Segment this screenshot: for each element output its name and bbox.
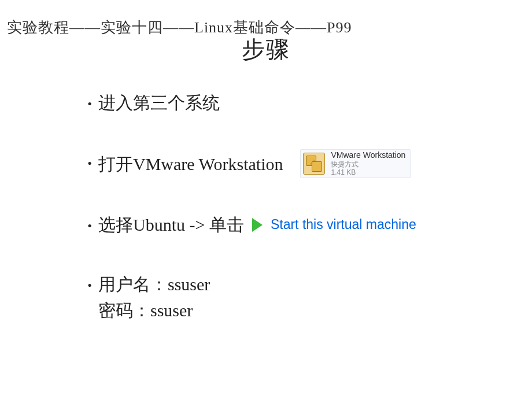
list-item: • 选择Ubuntu -> 单击 Start this virtual mach… bbox=[81, 212, 509, 238]
bullet-text: 打开VMware Workstation bbox=[98, 151, 283, 177]
list-item: • 打开VMware Workstation VMware Workstatio… bbox=[81, 149, 509, 178]
start-vm-link[interactable]: Start this virtual machine bbox=[252, 215, 416, 235]
list-item: • 用户名：ssuser 密码：ssuser bbox=[81, 271, 509, 323]
play-icon bbox=[252, 218, 263, 232]
bullet-dot-icon: • bbox=[81, 212, 98, 235]
shortcut-type: 快捷方式 bbox=[331, 160, 405, 168]
list-item: • 进入第三个系统 bbox=[81, 90, 509, 116]
start-vm-label: Start this virtual machine bbox=[271, 215, 416, 235]
bullet-text: 进入第三个系统 bbox=[98, 90, 509, 116]
vmware-icon bbox=[303, 153, 325, 175]
bullet-dot-icon: • bbox=[81, 90, 98, 113]
shortcut-size: 1.41 KB bbox=[331, 168, 405, 176]
breadcrumb-header: 实验教程——实验十四——Linux基础命令——P99 bbox=[7, 17, 352, 38]
bullet-dot-icon: • bbox=[81, 149, 98, 173]
bullet-text: 选择Ubuntu -> 单击 bbox=[98, 212, 244, 238]
bullet-list: • 进入第三个系统 • 打开VMware Workstation VMware … bbox=[81, 90, 509, 357]
username-text: 用户名：ssuser bbox=[98, 271, 509, 297]
bullet-dot-icon: • bbox=[81, 271, 98, 295]
password-text: 密码：ssuser bbox=[98, 297, 509, 323]
shortcut-name: VMware Workstation bbox=[331, 150, 405, 160]
slide-title: 步骤 bbox=[242, 34, 290, 65]
vmware-shortcut-tile: VMware Workstation 快捷方式 1.41 KB bbox=[300, 149, 411, 178]
